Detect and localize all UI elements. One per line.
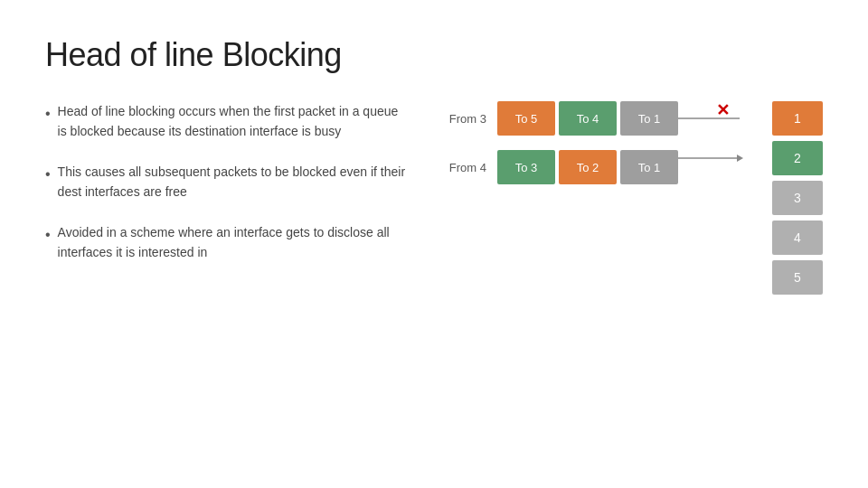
- bullet-text-2: This causes all subsequent packets to be…: [58, 162, 407, 202]
- from-label-3: From 3: [443, 112, 494, 126]
- svg-text:✕: ✕: [716, 101, 730, 119]
- bullet-item-3: • Avoided in a scheme where an interface…: [45, 222, 407, 263]
- page-title: Head of line Blocking: [45, 36, 823, 74]
- queues-section: From 3 To 5 To 4 To 1 From 4 To 3 To 2 T…: [443, 101, 678, 193]
- dest-box-1: 1: [772, 101, 823, 136]
- dest-box-4: 4: [772, 221, 823, 255]
- diagram-wrapper: From 3 To 5 To 4 To 1 From 4 To 3 To 2 T…: [443, 101, 823, 295]
- queue-row-2: From 4 To 3 To 2 To 1: [443, 150, 678, 184]
- diagram-area: From 3 To 5 To 4 To 1 From 4 To 3 To 2 T…: [443, 101, 823, 295]
- from-label-4: From 4: [443, 161, 494, 174]
- queue-row-1: From 3 To 5 To 4 To 1: [443, 101, 678, 136]
- packet-to5: To 5: [497, 101, 555, 136]
- connector-svg: ✕: [678, 101, 750, 192]
- bullet-item-1: • Head of line blocking occurs when the …: [45, 101, 407, 142]
- connector-section: ✕: [678, 101, 745, 192]
- packet-to1-row1: To 1: [620, 101, 678, 136]
- bullet-text-1: Head of line blocking occurs when the fi…: [58, 101, 407, 142]
- bullet-dot-2: •: [45, 163, 51, 202]
- dest-column: 1 2 3 4 5: [772, 101, 823, 295]
- dest-box-2: 2: [772, 141, 823, 175]
- dest-box-5: 5: [772, 260, 823, 295]
- packet-to2: To 2: [559, 150, 617, 184]
- svg-marker-5: [737, 155, 743, 162]
- bullet-dot-3: •: [45, 223, 51, 263]
- dest-box-3: 3: [772, 181, 823, 215]
- content-area: • Head of line blocking occurs when the …: [45, 101, 823, 295]
- packet-to1-row2: To 1: [620, 150, 678, 184]
- slide: Head of line Blocking • Head of line blo…: [0, 0, 868, 488]
- bullet-points: • Head of line blocking occurs when the …: [45, 101, 407, 282]
- bullet-text-3: Avoided in a scheme where an interface g…: [58, 222, 407, 263]
- packet-to3: To 3: [497, 150, 555, 184]
- bullet-dot-1: •: [45, 102, 51, 142]
- bullet-item-2: • This causes all subsequent packets to …: [45, 162, 407, 202]
- packet-to4: To 4: [559, 101, 617, 136]
